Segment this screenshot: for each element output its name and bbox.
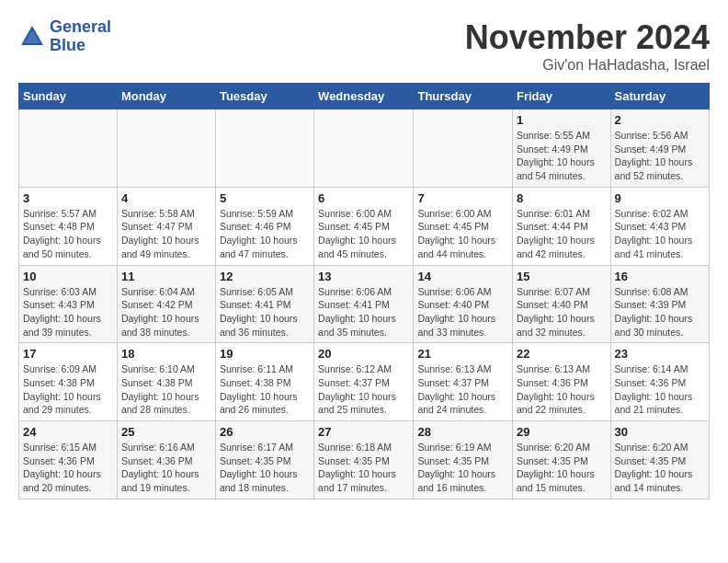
calendar-cell: 12Sunrise: 6:05 AM Sunset: 4:41 PM Dayli… — [215, 265, 313, 343]
weekday-header-wednesday: Wednesday — [314, 84, 414, 109]
day-info: Sunrise: 6:00 AM Sunset: 4:45 PM Dayligh… — [318, 207, 409, 261]
day-number: 1 — [517, 113, 607, 127]
calendar-cell — [117, 109, 215, 188]
calendar-cell: 5Sunrise: 5:59 AM Sunset: 4:46 PM Daylig… — [215, 187, 313, 265]
weekday-header-thursday: Thursday — [414, 84, 513, 109]
calendar-cell: 4Sunrise: 5:58 AM Sunset: 4:47 PM Daylig… — [117, 187, 215, 265]
day-number: 11 — [121, 270, 211, 283]
day-info: Sunrise: 6:01 AM Sunset: 4:44 PM Dayligh… — [517, 207, 607, 261]
day-info: Sunrise: 6:08 AM Sunset: 4:39 PM Dayligh… — [615, 285, 705, 339]
day-number: 3 — [23, 191, 113, 205]
day-info: Sunrise: 5:58 AM Sunset: 4:47 PM Dayligh… — [121, 207, 211, 261]
weekday-header-tuesday: Tuesday — [215, 84, 313, 109]
day-info: Sunrise: 6:06 AM Sunset: 4:40 PM Dayligh… — [417, 285, 508, 339]
day-number: 4 — [121, 191, 211, 205]
day-info: Sunrise: 6:03 AM Sunset: 4:43 PM Dayligh… — [23, 285, 113, 339]
weekday-header-saturday: Saturday — [610, 84, 709, 109]
day-info: Sunrise: 6:17 AM Sunset: 4:35 PM Dayligh… — [220, 441, 310, 495]
calendar-cell: 7Sunrise: 6:00 AM Sunset: 4:45 PM Daylig… — [414, 187, 513, 265]
calendar-week-5: 24Sunrise: 6:15 AM Sunset: 4:36 PM Dayli… — [19, 421, 710, 500]
calendar-week-3: 10Sunrise: 6:03 AM Sunset: 4:43 PM Dayli… — [19, 265, 710, 343]
day-number: 30 — [615, 425, 705, 439]
day-info: Sunrise: 6:07 AM Sunset: 4:40 PM Dayligh… — [517, 285, 607, 339]
day-number: 22 — [517, 347, 607, 361]
day-info: Sunrise: 5:55 AM Sunset: 4:49 PM Dayligh… — [517, 129, 607, 183]
day-number: 21 — [417, 347, 508, 361]
day-info: Sunrise: 6:13 AM Sunset: 4:36 PM Dayligh… — [517, 362, 607, 417]
calendar-cell: 10Sunrise: 6:03 AM Sunset: 4:43 PM Dayli… — [19, 265, 118, 343]
calendar-cell: 24Sunrise: 6:15 AM Sunset: 4:36 PM Dayli… — [19, 421, 118, 500]
title-block: November 2024 Giv'on HaHadasha, Israel — [465, 18, 710, 74]
calendar-cell: 13Sunrise: 6:06 AM Sunset: 4:41 PM Dayli… — [314, 265, 414, 343]
day-number: 28 — [417, 425, 508, 439]
calendar-cell: 17Sunrise: 6:09 AM Sunset: 4:38 PM Dayli… — [19, 343, 118, 421]
day-number: 24 — [23, 425, 113, 439]
calendar-cell: 2Sunrise: 5:56 AM Sunset: 4:49 PM Daylig… — [610, 109, 709, 188]
calendar-cell: 26Sunrise: 6:17 AM Sunset: 4:35 PM Dayli… — [215, 421, 313, 500]
day-info: Sunrise: 6:13 AM Sunset: 4:37 PM Dayligh… — [417, 362, 508, 417]
calendar-cell: 1Sunrise: 5:55 AM Sunset: 4:49 PM Daylig… — [513, 109, 611, 188]
day-info: Sunrise: 6:18 AM Sunset: 4:35 PM Dayligh… — [318, 441, 409, 495]
calendar-cell: 21Sunrise: 6:13 AM Sunset: 4:37 PM Dayli… — [414, 343, 513, 421]
calendar-cell: 18Sunrise: 6:10 AM Sunset: 4:38 PM Dayli… — [117, 343, 215, 421]
calendar-cell: 6Sunrise: 6:00 AM Sunset: 4:45 PM Daylig… — [314, 187, 414, 265]
calendar-week-4: 17Sunrise: 6:09 AM Sunset: 4:38 PM Dayli… — [19, 343, 710, 421]
calendar-cell: 19Sunrise: 6:11 AM Sunset: 4:38 PM Dayli… — [215, 343, 313, 421]
calendar-cell: 23Sunrise: 6:14 AM Sunset: 4:36 PM Dayli… — [610, 343, 709, 421]
calendar-cell: 28Sunrise: 6:19 AM Sunset: 4:35 PM Dayli… — [414, 421, 513, 500]
day-number: 7 — [417, 191, 508, 205]
calendar-cell: 14Sunrise: 6:06 AM Sunset: 4:40 PM Dayli… — [414, 265, 513, 343]
weekday-header-row: SundayMondayTuesdayWednesdayThursdayFrid… — [19, 84, 710, 109]
logo-text: General Blue — [50, 18, 111, 55]
calendar-cell — [19, 109, 118, 188]
day-info: Sunrise: 6:10 AM Sunset: 4:38 PM Dayligh… — [121, 362, 211, 417]
calendar-cell: 15Sunrise: 6:07 AM Sunset: 4:40 PM Dayli… — [513, 265, 611, 343]
weekday-header-friday: Friday — [513, 84, 611, 109]
day-number: 18 — [121, 347, 211, 361]
day-number: 27 — [318, 425, 409, 439]
weekday-header-monday: Monday — [117, 84, 215, 109]
calendar-cell — [215, 109, 313, 188]
day-number: 9 — [615, 191, 705, 205]
calendar-cell: 25Sunrise: 6:16 AM Sunset: 4:36 PM Dayli… — [117, 421, 215, 500]
logo: General Blue — [18, 18, 111, 55]
day-number: 5 — [220, 191, 310, 205]
day-number: 23 — [615, 347, 705, 361]
calendar-cell: 8Sunrise: 6:01 AM Sunset: 4:44 PM Daylig… — [513, 187, 611, 265]
day-number: 14 — [417, 270, 508, 283]
calendar-table: SundayMondayTuesdayWednesdayThursdayFrid… — [18, 83, 710, 500]
calendar-cell: 20Sunrise: 6:12 AM Sunset: 4:37 PM Dayli… — [314, 343, 414, 421]
calendar-week-2: 3Sunrise: 5:57 AM Sunset: 4:48 PM Daylig… — [19, 187, 710, 265]
day-number: 29 — [517, 425, 607, 439]
day-number: 12 — [220, 270, 310, 283]
day-number: 2 — [615, 113, 705, 127]
day-info: Sunrise: 6:09 AM Sunset: 4:38 PM Dayligh… — [23, 362, 113, 417]
calendar-cell: 3Sunrise: 5:57 AM Sunset: 4:48 PM Daylig… — [19, 187, 118, 265]
calendar-cell: 22Sunrise: 6:13 AM Sunset: 4:36 PM Dayli… — [513, 343, 611, 421]
day-info: Sunrise: 6:04 AM Sunset: 4:42 PM Dayligh… — [121, 285, 211, 339]
day-number: 25 — [121, 425, 211, 439]
day-number: 16 — [615, 270, 705, 283]
calendar-week-1: 1Sunrise: 5:55 AM Sunset: 4:49 PM Daylig… — [19, 109, 710, 188]
day-number: 13 — [318, 270, 409, 283]
day-info: Sunrise: 6:05 AM Sunset: 4:41 PM Dayligh… — [220, 285, 310, 339]
day-info: Sunrise: 6:11 AM Sunset: 4:38 PM Dayligh… — [220, 362, 310, 417]
day-number: 6 — [318, 191, 409, 205]
day-info: Sunrise: 6:12 AM Sunset: 4:37 PM Dayligh… — [318, 362, 409, 417]
day-number: 17 — [23, 347, 113, 361]
month-title: November 2024 — [465, 18, 710, 57]
day-info: Sunrise: 6:20 AM Sunset: 4:35 PM Dayligh… — [615, 441, 705, 495]
day-number: 8 — [517, 191, 607, 205]
day-info: Sunrise: 6:00 AM Sunset: 4:45 PM Dayligh… — [417, 207, 508, 261]
day-number: 15 — [517, 270, 607, 283]
page-header: General Blue November 2024 Giv'on HaHada… — [18, 18, 710, 74]
day-info: Sunrise: 6:02 AM Sunset: 4:43 PM Dayligh… — [615, 207, 705, 261]
day-number: 26 — [220, 425, 310, 439]
location-subtitle: Giv'on HaHadasha, Israel — [465, 57, 710, 74]
day-number: 20 — [318, 347, 409, 361]
weekday-header-sunday: Sunday — [19, 84, 118, 109]
day-info: Sunrise: 6:20 AM Sunset: 4:35 PM Dayligh… — [517, 441, 607, 495]
day-number: 10 — [23, 270, 113, 283]
calendar-cell: 11Sunrise: 6:04 AM Sunset: 4:42 PM Dayli… — [117, 265, 215, 343]
day-number: 19 — [220, 347, 310, 361]
